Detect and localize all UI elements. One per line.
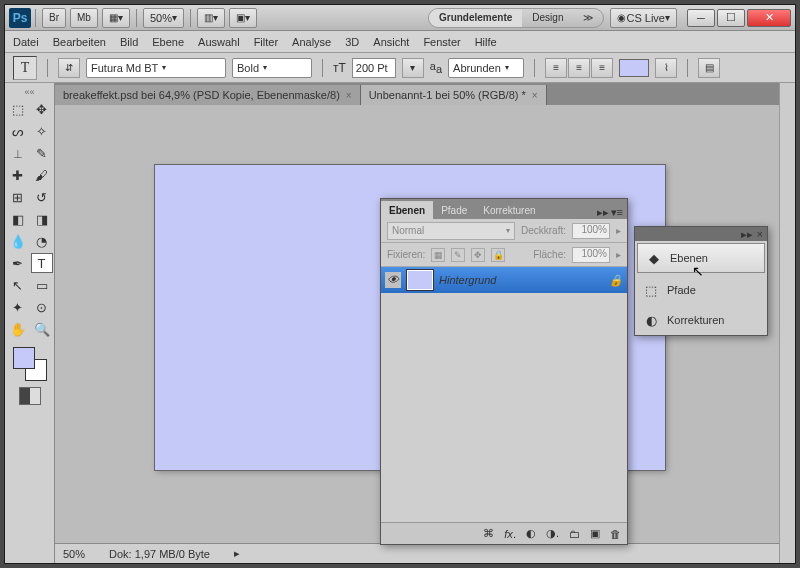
vertical-scrollbar[interactable] bbox=[779, 83, 795, 563]
eyedropper-tool[interactable]: ✎ bbox=[31, 143, 53, 163]
type-tool[interactable]: T bbox=[31, 253, 53, 273]
flyout-item-pfade[interactable]: ⬚ Pfade bbox=[635, 275, 767, 305]
minibridge-button[interactable]: Mb bbox=[70, 8, 98, 28]
panel-menu-icon[interactable]: ▾≡ bbox=[611, 206, 623, 219]
fill-arrow-icon[interactable]: ▸ bbox=[616, 249, 621, 260]
layer-thumbnail[interactable] bbox=[407, 270, 433, 290]
align-center-button[interactable]: ≡ bbox=[568, 58, 590, 78]
gradient-tool[interactable]: ◨ bbox=[31, 209, 53, 229]
workspace-grundelemente[interactable]: Grundelemente bbox=[429, 9, 522, 27]
menu-hilfe[interactable]: Hilfe bbox=[475, 36, 497, 48]
tool-preset-icon[interactable]: T bbox=[13, 56, 37, 80]
shape-tool[interactable]: ▭ bbox=[31, 275, 53, 295]
blendmode-dropdown[interactable]: Normal bbox=[387, 222, 515, 240]
lock-move-icon[interactable]: ✥ bbox=[471, 248, 485, 262]
menu-auswahl[interactable]: Auswahl bbox=[198, 36, 240, 48]
lock-pixels-icon[interactable]: ▦ bbox=[431, 248, 445, 262]
status-docsize[interactable]: Dok: 1,97 MB/0 Byte bbox=[109, 548, 210, 560]
pen-tool[interactable]: ✒ bbox=[7, 253, 29, 273]
arrange-button[interactable]: ▥▾ bbox=[197, 8, 225, 28]
lock-paint-icon[interactable]: ✎ bbox=[451, 248, 465, 262]
hand-tool[interactable]: ✋ bbox=[7, 319, 29, 339]
minimize-button[interactable]: ─ bbox=[687, 9, 715, 27]
delete-layer-icon[interactable]: 🗑 bbox=[610, 528, 621, 540]
layer-name[interactable]: Hintergrund bbox=[439, 274, 496, 286]
opacity-arrow-icon[interactable]: ▸ bbox=[616, 225, 621, 236]
screenmode-button[interactable]: ▣▾ bbox=[229, 8, 257, 28]
close-button[interactable]: ✕ bbox=[747, 9, 791, 27]
layer-fx-icon[interactable]: fx. bbox=[504, 528, 516, 540]
color-swatches[interactable] bbox=[13, 347, 47, 381]
font-weight-dropdown[interactable]: Bold bbox=[232, 58, 312, 78]
zoom-tool[interactable]: 🔍 bbox=[31, 319, 53, 339]
warp-text-button[interactable]: ⌇ bbox=[655, 58, 677, 78]
align-left-button[interactable]: ≡ bbox=[545, 58, 567, 78]
menu-analyse[interactable]: Analyse bbox=[292, 36, 331, 48]
layer-group-icon[interactable]: 🗀 bbox=[569, 528, 580, 540]
layers-empty-area[interactable] bbox=[381, 293, 627, 522]
menu-bild[interactable]: Bild bbox=[120, 36, 138, 48]
menu-fenster[interactable]: Fenster bbox=[423, 36, 460, 48]
flyout-collapse-icon[interactable]: ▸▸ bbox=[741, 228, 753, 241]
menu-filter[interactable]: Filter bbox=[254, 36, 278, 48]
3d-camera-tool[interactable]: ⊙ bbox=[31, 297, 53, 317]
zoom-level-dropdown[interactable]: 50% ▾ bbox=[143, 8, 184, 28]
panel-tab-pfade[interactable]: Pfade bbox=[433, 201, 475, 219]
antialias-dropdown[interactable]: Abrunden bbox=[448, 58, 524, 78]
menu-ansicht[interactable]: Ansicht bbox=[373, 36, 409, 48]
layer-mask-icon[interactable]: ◐ bbox=[526, 527, 536, 540]
doc-tab-2[interactable]: Unbenannt-1 bei 50% (RGB/8) *× bbox=[361, 85, 547, 105]
panel-tab-ebenen[interactable]: Ebenen bbox=[381, 201, 433, 219]
workspace-switcher[interactable]: Grundelemente Design ≫ bbox=[428, 8, 605, 28]
menu-ebene[interactable]: Ebene bbox=[152, 36, 184, 48]
new-layer-icon[interactable]: ▣ bbox=[590, 527, 600, 540]
layers-panel[interactable]: Ebenen Pfade Korrekturen ▸▸▾≡ Normal Dec… bbox=[380, 198, 628, 545]
bridge-button[interactable]: Br bbox=[42, 8, 66, 28]
dodge-tool[interactable]: ◔ bbox=[31, 231, 53, 251]
panel-collapse-icon[interactable]: ▸▸ bbox=[597, 206, 609, 219]
text-orientation-button[interactable]: ⇵ bbox=[58, 58, 80, 78]
brush-tool[interactable]: 🖌 bbox=[31, 165, 53, 185]
menu-datei[interactable]: Datei bbox=[13, 36, 39, 48]
quickmask-button[interactable] bbox=[19, 387, 41, 405]
healing-tool[interactable]: ✚ bbox=[7, 165, 29, 185]
3d-tool[interactable]: ✦ bbox=[7, 297, 29, 317]
close-tab-icon[interactable]: × bbox=[532, 90, 538, 101]
workspace-more[interactable]: ≫ bbox=[573, 9, 603, 27]
close-tab-icon[interactable]: × bbox=[346, 90, 352, 101]
magic-wand-tool[interactable]: ✧ bbox=[31, 121, 53, 141]
fill-input[interactable]: 100% bbox=[572, 247, 610, 263]
status-arrow-icon[interactable]: ▸ bbox=[234, 547, 240, 560]
stamp-tool[interactable]: ⊞ bbox=[7, 187, 29, 207]
visibility-icon[interactable]: 👁 bbox=[385, 272, 401, 288]
cslive-button[interactable]: ◉ CS Live ▾ bbox=[610, 8, 677, 28]
lock-all-icon[interactable]: 🔒 bbox=[491, 248, 505, 262]
flyout-item-korrekturen[interactable]: ◐ Korrekturen bbox=[635, 305, 767, 335]
eraser-tool[interactable]: ◧ bbox=[7, 209, 29, 229]
workspace-design[interactable]: Design bbox=[522, 9, 573, 27]
text-color-swatch[interactable] bbox=[619, 59, 649, 77]
font-size-input[interactable]: 200 Pt bbox=[352, 58, 396, 78]
menu-3d[interactable]: 3D bbox=[345, 36, 359, 48]
view-extras-button[interactable]: ▦▾ bbox=[102, 8, 130, 28]
move-tool[interactable]: ✥ bbox=[31, 99, 53, 119]
status-zoom[interactable]: 50% bbox=[63, 548, 85, 560]
panel-flyout[interactable]: ▸▸× ◆ Ebenen ⬚ Pfade ◐ Korrekturen bbox=[634, 226, 768, 336]
link-layers-icon[interactable]: ⌘ bbox=[483, 527, 494, 540]
lasso-tool[interactable]: ᔕ bbox=[7, 121, 29, 141]
flyout-close-icon[interactable]: × bbox=[757, 228, 763, 240]
path-select-tool[interactable]: ↖ bbox=[7, 275, 29, 295]
foreground-color[interactable] bbox=[13, 347, 35, 369]
doc-tab-1[interactable]: breakeffekt.psd bei 64,9% (PSD Kopie, Eb… bbox=[55, 85, 361, 105]
opacity-input[interactable]: 100% bbox=[572, 223, 610, 239]
font-size-stepper[interactable]: ▾ bbox=[402, 58, 424, 78]
toolbox-grip-icon[interactable]: «« bbox=[24, 87, 34, 97]
panel-tab-korrekturen[interactable]: Korrekturen bbox=[475, 201, 543, 219]
crop-tool[interactable]: ⟂ bbox=[7, 143, 29, 163]
maximize-button[interactable]: ☐ bbox=[717, 9, 745, 27]
layer-row-background[interactable]: 👁 Hintergrund 🔒 bbox=[381, 267, 627, 293]
font-family-dropdown[interactable]: Futura Md BT bbox=[86, 58, 226, 78]
history-brush-tool[interactable]: ↺ bbox=[31, 187, 53, 207]
character-panel-button[interactable]: ▤ bbox=[698, 58, 720, 78]
align-right-button[interactable]: ≡ bbox=[591, 58, 613, 78]
